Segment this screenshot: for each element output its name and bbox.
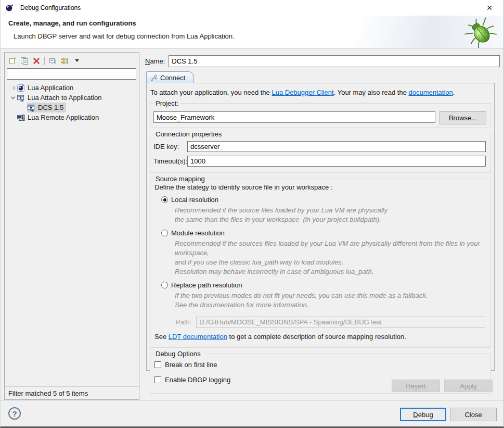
- debug-button[interactable]: Debug: [400, 408, 446, 421]
- tree-item-lua-attach-to-application[interactable]: Lua Attach to Application: [5, 93, 139, 103]
- lua-remote-application-icon: [17, 114, 25, 122]
- tree-item-label: Lua Remote Application: [28, 114, 99, 121]
- debug-options-legend: Debug Options: [153, 350, 203, 358]
- connection-properties-legend: Connection properties: [153, 130, 224, 138]
- break-on-first-line-label: Break on first line: [165, 361, 217, 369]
- module-resolution-description: Recommended if the sources files loaded …: [175, 239, 486, 276]
- close-icon[interactable]: ×: [480, 0, 499, 16]
- connect-tab-icon: [150, 74, 158, 81]
- bug-icon: [464, 17, 498, 49]
- title-bar: Debug Configurations ×: [0, 0, 504, 16]
- see-documentation-text: See LDT documentation to get a complete …: [154, 333, 486, 341]
- project-group: Project: Browse...: [150, 103, 491, 128]
- filter-status-text: Filter matched 5 of 5 items: [8, 389, 88, 397]
- tree-item-label: Lua Application: [28, 84, 73, 92]
- ide-key-input[interactable]: [187, 141, 486, 152]
- filter-status: Filter matched 5 of 5 items: [5, 386, 139, 399]
- tab-connect-label: Connect: [160, 74, 185, 82]
- tree-item-label: Lua Attach to Application: [28, 94, 101, 102]
- radio-local-resolution-label: Local resolution: [171, 196, 218, 204]
- chevron-right-icon[interactable]: [9, 86, 17, 90]
- revert-button[interactable]: Revert: [392, 380, 440, 392]
- banner-title: Create, manage, and run configurations: [8, 19, 136, 27]
- local-resolution-description: Recommended if the source files loaded b…: [175, 206, 486, 224]
- timeout-label: Timeout(s):: [153, 157, 187, 165]
- checkbox-icon[interactable]: [154, 376, 161, 383]
- name-input[interactable]: [169, 55, 500, 67]
- configurations-toolbar: [5, 53, 139, 67]
- lua-application-icon: [17, 84, 25, 92]
- delete-configuration-button[interactable]: [31, 55, 42, 67]
- lua-attach-icon: [17, 94, 25, 102]
- configurations-panel: Lua Application Lua Attach to Applicatio…: [4, 52, 139, 400]
- lua-attach-icon: [27, 104, 35, 112]
- header-banner: Create, manage, and run configurations L…: [0, 16, 504, 48]
- radio-replace-path-resolution[interactable]: Replace path resolution: [161, 281, 486, 289]
- debug-configurations-icon: [5, 4, 14, 12]
- timeout-input[interactable]: [187, 156, 486, 167]
- toolbar-separator: [44, 57, 45, 65]
- radio-local-resolution[interactable]: Local resolution: [161, 196, 486, 204]
- tree-item-lua-remote-application[interactable]: Lua Remote Application: [5, 112, 139, 122]
- lua-debugger-client-link[interactable]: Lua Debugger Client: [272, 89, 333, 96]
- source-mapping-group: Source mapping Define the stategy to ide…: [150, 179, 491, 348]
- project-input[interactable]: [153, 111, 435, 123]
- filter-dropdown-caret[interactable]: [71, 55, 82, 67]
- tree-item-lua-application[interactable]: Lua Application: [5, 83, 139, 93]
- radio-module-resolution-label: Module resolution: [171, 229, 225, 237]
- source-mapping-legend: Source mapping: [153, 175, 207, 183]
- ide-key-label: IDE key:: [153, 143, 187, 150]
- browse-button[interactable]: Browse...: [440, 111, 486, 124]
- caret-down-icon: [75, 59, 79, 62]
- duplicate-configuration-button[interactable]: [19, 55, 30, 67]
- connection-properties-group: Connection properties IDE key: Timeout(s…: [150, 134, 491, 173]
- name-label: Name:: [145, 57, 165, 65]
- banner-subtitle: Launch DBGP server and wait for debug co…: [14, 32, 235, 40]
- question-mark-icon: ?: [12, 409, 17, 418]
- ldt-documentation-link[interactable]: LDT documentation: [169, 333, 227, 341]
- radio-replace-path-resolution-label: Replace path resolution: [171, 281, 242, 289]
- radio-button-icon[interactable]: [161, 196, 168, 203]
- configurations-tree: Lua Application Lua Attach to Applicatio…: [5, 83, 139, 122]
- collapse-all-button[interactable]: [47, 55, 58, 67]
- source-mapping-hint: Define the stategy to identify source fi…: [154, 183, 486, 191]
- documentation-link[interactable]: documentation: [409, 89, 453, 96]
- close-button[interactable]: Close: [450, 408, 497, 421]
- project-group-legend: Project:: [153, 99, 180, 107]
- enable-dbgp-logging-label: Enable DBGP logging: [165, 376, 230, 384]
- window-title: Debug Configurations: [20, 4, 81, 11]
- filter-configurations-input[interactable]: [7, 68, 136, 80]
- radio-button-icon[interactable]: [161, 230, 168, 236]
- configuration-editor: Name: Connect To attach your application…: [144, 52, 498, 400]
- radio-module-resolution[interactable]: Module resolution: [161, 229, 486, 237]
- footer-separator: [0, 400, 504, 400]
- filter-configurations-button[interactable]: [59, 55, 70, 67]
- apply-button[interactable]: Apply: [444, 380, 493, 392]
- tree-selection-highlight: DCS 1.5: [27, 103, 66, 112]
- checkbox-icon[interactable]: [154, 361, 161, 368]
- tab-connect[interactable]: Connect: [146, 71, 194, 83]
- radio-button-icon[interactable]: [161, 282, 168, 288]
- path-label: Path:: [176, 318, 191, 326]
- chevron-down-icon[interactable]: [9, 97, 17, 98]
- tree-item-dcs-15[interactable]: DCS 1.5: [5, 103, 139, 112]
- intro-text: To attach your application, you need the…: [150, 89, 492, 96]
- tree-item-label: DCS 1.5: [38, 104, 63, 111]
- connect-tab-content: To attach your application, you need the…: [146, 83, 495, 371]
- checkbox-break-on-first-line[interactable]: Break on first line: [154, 361, 486, 369]
- path-input: [196, 317, 485, 328]
- help-button[interactable]: ?: [8, 407, 21, 420]
- header-separator: [0, 48, 504, 48]
- replace-path-resolution-description: If the two previous modes do not fit you…: [175, 291, 486, 310]
- new-configuration-button[interactable]: [7, 55, 18, 67]
